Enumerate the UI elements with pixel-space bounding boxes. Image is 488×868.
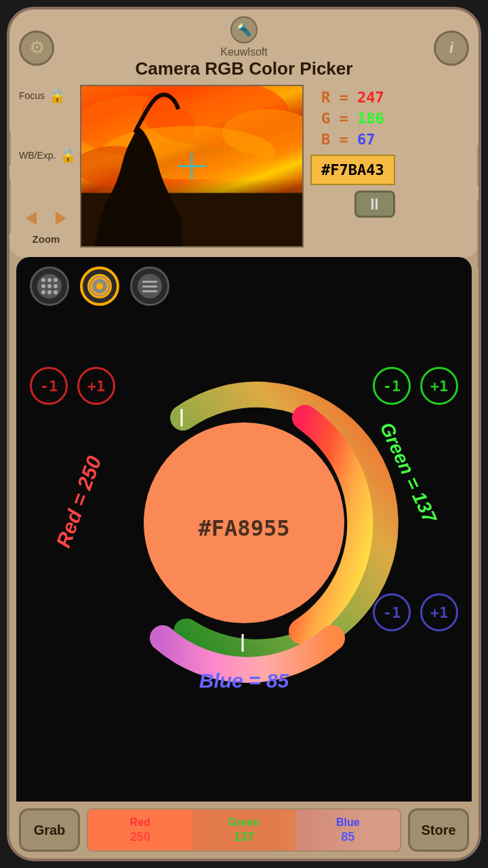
r-label: R: [321, 89, 330, 106]
wb-exp-label: WB/Exp.: [19, 150, 56, 161]
zoom-label: Zoom: [33, 233, 60, 245]
strip-red-label: Red: [130, 816, 150, 829]
green-plus-button[interactable]: +1: [420, 367, 458, 405]
strip-green-label: Green: [228, 816, 260, 829]
app-brand: Keuwlsoft: [220, 46, 267, 58]
blue-minus-button[interactable]: -1: [373, 593, 411, 631]
blue-strip-segment: Blue 85: [296, 810, 400, 850]
grab-button[interactable]: Grab: [19, 808, 80, 852]
lines-icon: [142, 281, 157, 292]
torch-button[interactable]: 🔦: [230, 16, 258, 43]
target-icon: [89, 276, 110, 296]
strip-blue-label: Blue: [336, 816, 360, 829]
svg-marker-0: [26, 212, 37, 225]
b-label: B: [321, 131, 330, 148]
focus-lock-icon[interactable]: 🔒: [49, 87, 66, 104]
green-strip-segment: Green 137: [192, 810, 296, 850]
crosshair: [178, 153, 205, 180]
svg-marker-1: [56, 212, 66, 225]
mode-list-button[interactable]: [130, 267, 169, 306]
blue-channel-label: Blue = 85: [199, 669, 289, 692]
blue-controls: -1 +1: [373, 593, 458, 631]
strip-red-value: 250: [130, 830, 150, 844]
color-wheel[interactable]: #FA8955: [68, 347, 420, 699]
red-strip-segment: Red 250: [88, 810, 192, 850]
dots-icon: [41, 278, 58, 294]
pause-button[interactable]: ⏸: [354, 191, 395, 218]
mode-dots-button[interactable]: [30, 267, 69, 306]
g-value: 186: [357, 110, 384, 127]
store-button[interactable]: Store: [408, 808, 469, 852]
settings-button[interactable]: ⚙: [19, 31, 54, 66]
r-value: 247: [357, 89, 384, 106]
red-minus-button[interactable]: -1: [30, 367, 68, 405]
strip-blue-value: 85: [341, 830, 354, 844]
b-value: 67: [357, 131, 375, 148]
strip-green-value: 137: [234, 830, 254, 844]
svg-point-9: [96, 283, 103, 290]
blue-plus-button[interactable]: +1: [420, 593, 458, 631]
color-strip: Red 250 Green 137 Blue 85: [87, 808, 401, 852]
zoom-out-button[interactable]: [19, 206, 43, 231]
app-title: Camera RGB Color Picker: [136, 58, 353, 79]
wb-lock-icon[interactable]: 🔒: [60, 147, 77, 163]
camera-view[interactable]: [80, 85, 304, 248]
zoom-in-button[interactable]: [49, 206, 73, 231]
mode-target-button[interactable]: [80, 267, 119, 306]
svg-text:#FA8955: #FA8955: [199, 515, 290, 541]
info-button[interactable]: i: [434, 31, 469, 66]
focus-label: Focus: [19, 90, 45, 101]
g-label: G: [321, 110, 330, 127]
hex-display: #F7BA43: [310, 155, 395, 185]
